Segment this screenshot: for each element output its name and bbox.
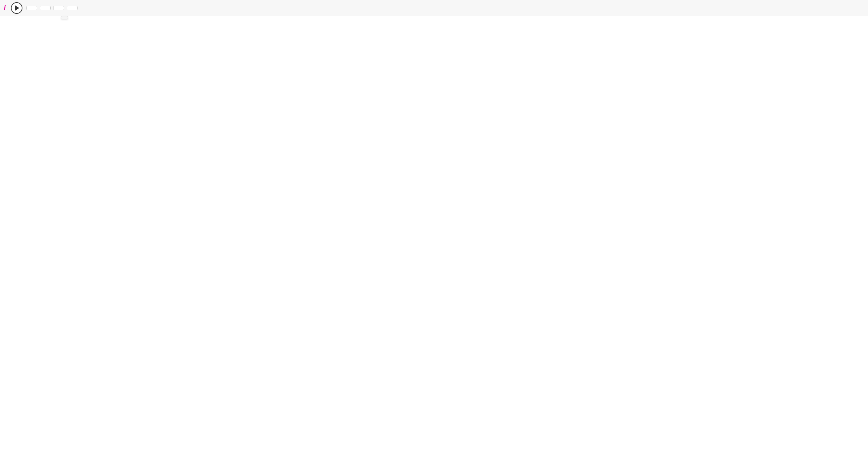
code-editor[interactable]: [0, 16, 589, 453]
logo-i: i: [4, 4, 6, 11]
editor-panel: [0, 16, 589, 453]
merge-button[interactable]: [40, 6, 51, 10]
header: i: [0, 0, 868, 16]
app-logo: i: [4, 4, 6, 11]
response-panel[interactable]: [589, 16, 868, 453]
prettify-button[interactable]: [26, 6, 37, 10]
main-content: [0, 16, 868, 453]
history-button[interactable]: [67, 6, 78, 10]
copy-button[interactable]: [53, 6, 64, 10]
prettify-tooltip: [61, 16, 68, 19]
play-icon: [15, 5, 19, 11]
run-button[interactable]: [11, 2, 23, 14]
